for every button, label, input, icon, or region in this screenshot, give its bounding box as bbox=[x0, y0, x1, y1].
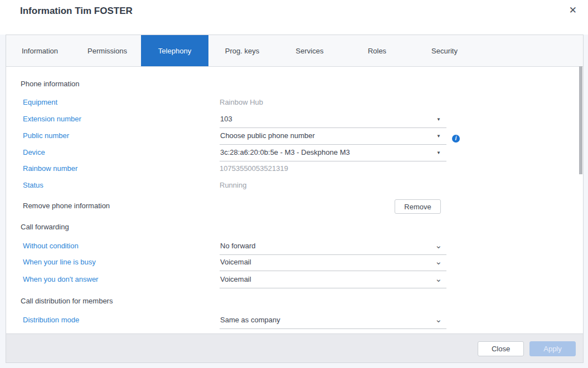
tab-bar: Information Permissions Telephony Prog. … bbox=[6, 35, 583, 67]
dialog-title: Information Tim FOSTER bbox=[20, 6, 133, 17]
line-busy-select[interactable]: Voicemail ⌄ bbox=[220, 257, 446, 271]
section-call-forwarding: Call forwarding bbox=[21, 223, 69, 231]
extension-number-label: Extension number bbox=[23, 115, 81, 123]
tab-security[interactable]: Security bbox=[411, 35, 478, 66]
distribution-mode-select[interactable]: Same as company ⌄ bbox=[220, 315, 446, 329]
public-number-label: Public number bbox=[23, 131, 69, 140]
without-condition-value: No forward bbox=[220, 242, 256, 250]
without-condition-select[interactable]: No forward ⌄ bbox=[220, 241, 446, 255]
tab-content-telephony: Phone information Equipment Rainbow Hub … bbox=[6, 67, 583, 335]
no-answer-label: When you don't answer bbox=[23, 275, 98, 283]
device-value: 3c:28:a6:20:0b:5e - M3 - Deskphone M3 bbox=[220, 148, 350, 156]
tab-telephony[interactable]: Telephony bbox=[141, 35, 208, 66]
info-icon[interactable]: i bbox=[452, 135, 460, 143]
dialog-footer: Close Apply bbox=[6, 333, 583, 362]
rainbow-number-label: Rainbow number bbox=[23, 164, 77, 173]
line-busy-value: Voicemail bbox=[220, 258, 251, 266]
device-select[interactable]: 3c:28:a6:20:0b:5e - M3 - Deskphone M3 ▼ bbox=[220, 147, 446, 161]
tab-prog-keys[interactable]: Prog. keys bbox=[208, 35, 276, 66]
distribution-mode-value: Same as company bbox=[220, 316, 280, 324]
rainbow-number-value: 10753550053521319 bbox=[220, 164, 288, 173]
section-call-distribution: Call distribution for members bbox=[21, 297, 113, 305]
chevron-down-icon: ⌄ bbox=[435, 315, 442, 325]
dropdown-triangle-icon: ▼ bbox=[436, 117, 441, 122]
remove-phone-information-label: Remove phone information bbox=[23, 202, 110, 210]
tab-permissions[interactable]: Permissions bbox=[74, 35, 141, 66]
public-number-value: Choose public phone number bbox=[220, 131, 315, 140]
chevron-down-icon: ⌄ bbox=[435, 241, 442, 251]
line-busy-label: When your line is busy bbox=[23, 258, 96, 266]
no-answer-value: Voicemail bbox=[220, 275, 251, 283]
tab-information[interactable]: Information bbox=[6, 35, 74, 66]
without-condition-label: Without condition bbox=[23, 242, 79, 250]
remove-button[interactable]: Remove bbox=[395, 199, 441, 214]
chevron-down-icon: ⌄ bbox=[435, 257, 442, 267]
equipment-label: Equipment bbox=[23, 98, 57, 106]
dropdown-triangle-icon: ▼ bbox=[436, 150, 441, 155]
section-phone-information: Phone information bbox=[21, 80, 80, 88]
chevron-down-icon: ⌄ bbox=[435, 274, 442, 284]
tab-roles[interactable]: Roles bbox=[343, 35, 411, 66]
status-label: Status bbox=[23, 181, 43, 189]
distribution-mode-label: Distribution mode bbox=[23, 316, 79, 324]
apply-button[interactable]: Apply bbox=[529, 341, 576, 356]
extension-number-value: 103 bbox=[220, 115, 232, 123]
dropdown-triangle-icon: ▼ bbox=[436, 134, 441, 139]
device-label: Device bbox=[23, 148, 45, 156]
dialog-panel: Information Permissions Telephony Prog. … bbox=[6, 35, 584, 363]
dialog-header: Information Tim FOSTER ✕ bbox=[0, 0, 588, 35]
tab-services[interactable]: Services bbox=[276, 35, 343, 66]
no-answer-select[interactable]: Voicemail ⌄ bbox=[220, 274, 446, 288]
equipment-value: Rainbow Hub bbox=[220, 98, 263, 106]
vertical-scrollbar[interactable] bbox=[579, 66, 582, 174]
public-number-select[interactable]: Choose public phone number ▼ bbox=[220, 130, 446, 145]
close-button[interactable]: Close bbox=[478, 341, 524, 356]
extension-number-select[interactable]: 103 ▼ bbox=[220, 114, 446, 128]
status-value: Running bbox=[220, 181, 246, 189]
close-icon[interactable]: ✕ bbox=[569, 5, 577, 16]
